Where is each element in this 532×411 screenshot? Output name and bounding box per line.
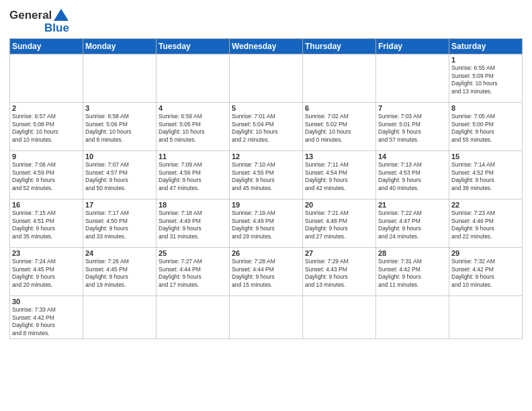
day-info: Sunrise: 6:58 AM Sunset: 5:06 PM Dayligh… bbox=[85, 113, 154, 144]
day-info: Sunrise: 7:17 AM Sunset: 4:50 PM Dayligh… bbox=[85, 210, 154, 240]
calendar-cell: 16Sunrise: 7:15 AM Sunset: 4:51 PM Dayli… bbox=[10, 199, 83, 248]
day-info: Sunrise: 7:07 AM Sunset: 4:57 PM Dayligh… bbox=[85, 161, 154, 192]
calendar-cell: 7Sunrise: 7:03 AM Sunset: 5:01 PM Daylig… bbox=[376, 103, 449, 151]
logo-general-label: General bbox=[9, 9, 52, 22]
calendar-cell bbox=[83, 54, 157, 103]
day-number: 7 bbox=[378, 104, 447, 112]
calendar-cell: 1Sunrise: 6:55 AM Sunset: 5:09 PM Daylig… bbox=[449, 54, 523, 103]
day-number: 28 bbox=[378, 249, 447, 257]
day-number: 11 bbox=[159, 152, 227, 161]
day-number: 3 bbox=[85, 104, 154, 112]
day-info: Sunrise: 7:19 AM Sunset: 4:49 PM Dayligh… bbox=[232, 210, 300, 240]
day-number: 9 bbox=[12, 152, 81, 161]
weekday-header-sunday: Sunday bbox=[10, 39, 83, 54]
calendar-cell bbox=[376, 296, 449, 339]
calendar-cell bbox=[303, 54, 376, 103]
day-info: Sunrise: 6:59 AM Sunset: 5:05 PM Dayligh… bbox=[159, 113, 227, 144]
calendar-cell bbox=[83, 296, 157, 339]
calendar-cell: 5Sunrise: 7:01 AM Sunset: 5:04 PM Daylig… bbox=[230, 103, 303, 151]
day-info: Sunrise: 7:32 AM Sunset: 4:42 PM Dayligh… bbox=[451, 258, 520, 289]
day-number: 26 bbox=[232, 249, 300, 257]
calendar-cell: 9Sunrise: 7:06 AM Sunset: 4:59 PM Daylig… bbox=[10, 151, 83, 199]
weekday-header-thursday: Thursday bbox=[303, 39, 376, 54]
day-number: 1 bbox=[451, 56, 520, 64]
calendar-cell: 24Sunrise: 7:26 AM Sunset: 4:45 PM Dayli… bbox=[83, 248, 157, 296]
day-number: 19 bbox=[232, 201, 300, 209]
calendar-cell bbox=[157, 54, 230, 103]
calendar-cell: 14Sunrise: 7:13 AM Sunset: 4:53 PM Dayli… bbox=[376, 151, 449, 199]
day-number: 22 bbox=[451, 201, 520, 209]
day-number: 17 bbox=[85, 201, 154, 209]
day-info: Sunrise: 7:33 AM Sunset: 4:42 PM Dayligh… bbox=[12, 306, 81, 337]
logo-blue-line: Blue bbox=[44, 22, 69, 35]
day-info: Sunrise: 6:55 AM Sunset: 5:09 PM Dayligh… bbox=[451, 64, 520, 95]
calendar-cell: 12Sunrise: 7:10 AM Sunset: 4:55 PM Dayli… bbox=[230, 151, 303, 199]
day-number: 21 bbox=[378, 201, 447, 209]
week-row-4: 16Sunrise: 7:15 AM Sunset: 4:51 PM Dayli… bbox=[10, 199, 523, 248]
calendar-cell: 11Sunrise: 7:09 AM Sunset: 4:56 PM Dayli… bbox=[157, 151, 230, 199]
calendar-cell: 28Sunrise: 7:31 AM Sunset: 4:42 PM Dayli… bbox=[376, 248, 449, 296]
day-info: Sunrise: 7:18 AM Sunset: 4:49 PM Dayligh… bbox=[159, 210, 227, 240]
calendar-cell bbox=[230, 54, 303, 103]
weekday-header-wednesday: Wednesday bbox=[230, 39, 303, 54]
calendar-cell: 27Sunrise: 7:29 AM Sunset: 4:43 PM Dayli… bbox=[303, 248, 376, 296]
calendar-cell bbox=[449, 296, 523, 339]
day-info: Sunrise: 7:22 AM Sunset: 4:47 PM Dayligh… bbox=[378, 210, 447, 240]
calendar-cell bbox=[10, 54, 83, 103]
day-number: 15 bbox=[451, 152, 520, 161]
logo-blue-label: Blue bbox=[44, 21, 69, 34]
weekday-header-tuesday: Tuesday bbox=[157, 39, 230, 54]
day-number: 8 bbox=[451, 104, 520, 112]
calendar-cell bbox=[376, 54, 449, 103]
day-number: 24 bbox=[85, 249, 154, 257]
calendar-cell: 18Sunrise: 7:18 AM Sunset: 4:49 PM Dayli… bbox=[157, 199, 230, 248]
day-info: Sunrise: 7:06 AM Sunset: 4:59 PM Dayligh… bbox=[12, 161, 81, 192]
day-info: Sunrise: 7:29 AM Sunset: 4:43 PM Dayligh… bbox=[305, 258, 373, 289]
day-info: Sunrise: 7:24 AM Sunset: 4:45 PM Dayligh… bbox=[12, 258, 81, 289]
calendar-cell: 23Sunrise: 7:24 AM Sunset: 4:45 PM Dayli… bbox=[10, 248, 83, 296]
day-number: 5 bbox=[232, 104, 300, 112]
day-info: Sunrise: 7:13 AM Sunset: 4:53 PM Dayligh… bbox=[378, 161, 447, 192]
week-row-5: 23Sunrise: 7:24 AM Sunset: 4:45 PM Dayli… bbox=[10, 248, 523, 296]
day-number: 14 bbox=[378, 152, 447, 161]
week-row-3: 9Sunrise: 7:06 AM Sunset: 4:59 PM Daylig… bbox=[10, 151, 523, 199]
calendar-cell bbox=[303, 296, 376, 339]
day-info: Sunrise: 7:02 AM Sunset: 5:02 PM Dayligh… bbox=[305, 113, 373, 144]
logo-blue-triangle-icon bbox=[54, 9, 69, 21]
weekday-header-friday: Friday bbox=[376, 39, 449, 54]
day-number: 23 bbox=[12, 249, 81, 257]
weekday-header-saturday: Saturday bbox=[449, 39, 523, 54]
calendar-cell: 13Sunrise: 7:11 AM Sunset: 4:54 PM Dayli… bbox=[303, 151, 376, 199]
day-info: Sunrise: 7:27 AM Sunset: 4:44 PM Dayligh… bbox=[159, 258, 227, 289]
calendar-cell: 2Sunrise: 6:57 AM Sunset: 5:08 PM Daylig… bbox=[10, 103, 83, 151]
day-number: 27 bbox=[305, 249, 373, 257]
calendar-cell: 22Sunrise: 7:23 AM Sunset: 4:46 PM Dayli… bbox=[449, 199, 523, 248]
calendar-cell: 10Sunrise: 7:07 AM Sunset: 4:57 PM Dayli… bbox=[83, 151, 157, 199]
calendar-cell: 29Sunrise: 7:32 AM Sunset: 4:42 PM Dayli… bbox=[449, 248, 523, 296]
day-info: Sunrise: 6:57 AM Sunset: 5:08 PM Dayligh… bbox=[12, 113, 81, 144]
weekday-header-monday: Monday bbox=[83, 39, 157, 54]
calendar-cell: 25Sunrise: 7:27 AM Sunset: 4:44 PM Dayli… bbox=[157, 248, 230, 296]
calendar-cell: 8Sunrise: 7:05 AM Sunset: 5:00 PM Daylig… bbox=[449, 103, 523, 151]
day-number: 30 bbox=[12, 298, 81, 306]
day-info: Sunrise: 7:09 AM Sunset: 4:56 PM Dayligh… bbox=[159, 161, 227, 192]
day-number: 4 bbox=[159, 104, 227, 112]
day-info: Sunrise: 7:03 AM Sunset: 5:01 PM Dayligh… bbox=[378, 113, 447, 144]
calendar-cell: 6Sunrise: 7:02 AM Sunset: 5:02 PM Daylig… bbox=[303, 103, 376, 151]
calendar-cell: 19Sunrise: 7:19 AM Sunset: 4:49 PM Dayli… bbox=[230, 199, 303, 248]
header: General Blue bbox=[9, 7, 523, 34]
week-row-2: 2Sunrise: 6:57 AM Sunset: 5:08 PM Daylig… bbox=[10, 103, 523, 151]
day-number: 12 bbox=[232, 152, 300, 161]
day-info: Sunrise: 7:01 AM Sunset: 5:04 PM Dayligh… bbox=[232, 113, 300, 144]
day-number: 20 bbox=[305, 201, 373, 209]
day-number: 16 bbox=[12, 201, 81, 209]
calendar-cell: 17Sunrise: 7:17 AM Sunset: 4:50 PM Dayli… bbox=[83, 199, 157, 248]
svg-marker-0 bbox=[54, 9, 69, 21]
day-info: Sunrise: 7:05 AM Sunset: 5:00 PM Dayligh… bbox=[451, 113, 520, 144]
day-number: 2 bbox=[12, 104, 81, 112]
calendar-cell bbox=[230, 296, 303, 339]
day-info: Sunrise: 7:28 AM Sunset: 4:44 PM Dayligh… bbox=[232, 258, 300, 289]
calendar-cell bbox=[157, 296, 230, 339]
day-info: Sunrise: 7:10 AM Sunset: 4:55 PM Dayligh… bbox=[232, 161, 300, 192]
calendar-cell: 20Sunrise: 7:21 AM Sunset: 4:48 PM Dayli… bbox=[303, 199, 376, 248]
